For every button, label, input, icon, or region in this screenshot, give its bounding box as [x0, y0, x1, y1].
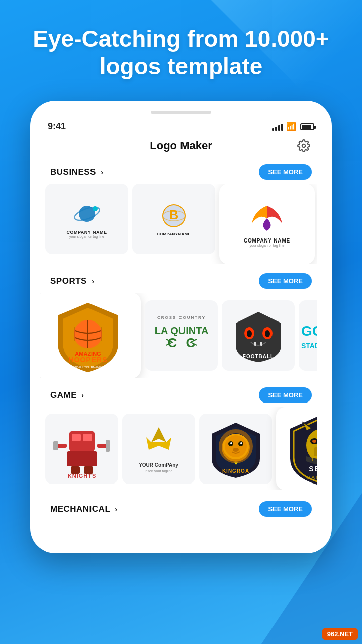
hero-headline: Eye-Catching from 10.000+ logos template [20, 25, 342, 80]
svg-rect-24 [254, 342, 256, 346]
svg-text:NETBALL TOURNAMENT: NETBALL TOURNAMENT [70, 366, 106, 369]
status-time: 9:41 [48, 121, 66, 132]
svg-text:KNIGHTS: KNIGHTS [67, 473, 96, 479]
battery-icon [300, 123, 314, 130]
svg-text:LA QUINTA: LA QUINTA [154, 325, 208, 336]
mechanical-section-title[interactable]: MECHANICAL › [50, 504, 117, 514]
sports-arrow-icon: › [92, 277, 94, 285]
sports-section-title[interactable]: SPORTS › [50, 276, 94, 286]
svg-rect-34 [53, 441, 58, 450]
svg-rect-32 [67, 451, 97, 466]
sports-logo-hoopers[interactable]: AMAZING HOOPERS NETBALL TOURNAMENT [40, 293, 141, 378]
svg-text:★: ★ [233, 460, 238, 466]
app-title: Logo Maker [150, 139, 212, 152]
svg-text:KINGROA: KINGROA [222, 468, 249, 474]
sports-section: SPORTS › SEE MORE [45, 269, 317, 378]
status-icons: 📶 [272, 122, 314, 131]
watermark-badge: 962.NET [322, 628, 358, 640]
status-bar: 9:41 📶 [40, 121, 322, 137]
game-logo-seth-gaming[interactable]: SETH GAMING [276, 407, 317, 490]
svg-rect-55 [314, 447, 317, 456]
svg-point-23 [265, 330, 270, 337]
app-content: BUSINESS › SEE MORE COMPANY NAME [40, 160, 322, 519]
phone-mockup: 9:41 📶 Logo Maker [30, 101, 332, 553]
business-section-title[interactable]: BUSINESS › [50, 167, 103, 177]
svg-point-0 [302, 144, 306, 148]
business-section-header: BUSINESS › SEE MORE [45, 160, 317, 184]
svg-rect-36 [106, 440, 110, 452]
business-logo-3[interactable]: COMPANY NAME your slogan or tag line [219, 184, 315, 264]
game-section-header: GAME › SEE MORE [45, 383, 317, 407]
svg-rect-30 [72, 434, 81, 441]
mechanical-see-more-button[interactable]: SEE MORE [259, 501, 312, 517]
app-header: Logo Maker [40, 137, 322, 160]
sports-logo-laquinta[interactable]: CROSS COUNTRY LA QUINTA C C [145, 300, 218, 371]
sports-section-header: SPORTS › SEE MORE [45, 269, 317, 293]
svg-text:STAD: STAD [301, 342, 317, 350]
svg-rect-31 [83, 434, 92, 441]
game-logo-kingroa[interactable]: ★ KINGROA [199, 414, 272, 484]
svg-text:SETH: SETH [309, 465, 317, 473]
wifi-icon: 📶 [286, 122, 296, 131]
game-arrow-icon: › [81, 391, 84, 399]
business-logo-1[interactable]: COMPANY NAME your slogan or tag line [45, 184, 128, 254]
phone-notch-bar [151, 111, 211, 114]
phone-screen: 9:41 📶 Logo Maker [30, 101, 332, 553]
your-company-text: YOUR ComPAny [139, 462, 178, 468]
svg-rect-25 [260, 342, 262, 346]
svg-point-47 [233, 448, 239, 452]
business-section: BUSINESS › SEE MORE COMPANY NAME [45, 160, 317, 264]
sports-logo-gostadium[interactable]: GO STAD [299, 300, 317, 371]
business-arrow-icon: › [101, 168, 103, 176]
mechanical-section-header: MECHANICAL › SEE MORE [45, 495, 317, 519]
sports-see-more-button[interactable]: SEE MORE [259, 273, 312, 289]
settings-icon [297, 139, 310, 152]
your-company-tagline: Insert your tagline [145, 469, 173, 473]
svg-text:CROSS COUNTRY: CROSS COUNTRY [157, 315, 205, 320]
svg-point-41 [225, 435, 247, 457]
sports-logo-football[interactable]: FOOTBALL [222, 300, 295, 371]
hero-section: Eye-Catching from 10.000+ logos template [0, 0, 362, 96]
svg-text:HOOPERS: HOOPERS [68, 356, 107, 364]
business-logo-2[interactable]: B COMPANYNAME [132, 184, 215, 254]
game-section-title[interactable]: GAME › [50, 390, 84, 400]
game-see-more-button[interactable]: SEE MORE [259, 387, 312, 403]
signal-icon [272, 123, 283, 131]
svg-point-53 [312, 440, 316, 443]
game-logo-your-company[interactable]: YOUR ComPAny Insert your tagline [122, 414, 195, 484]
business-see-more-button[interactable]: SEE MORE [259, 164, 312, 180]
svg-text:GO: GO [301, 323, 317, 339]
settings-button[interactable] [296, 138, 312, 154]
svg-text:GAMING: GAMING [306, 475, 317, 480]
svg-point-3 [93, 206, 98, 211]
svg-point-46 [240, 442, 242, 444]
svg-text:B: B [169, 207, 178, 222]
game-logo-knights[interactable]: KNIGHTS [45, 414, 118, 484]
svg-point-45 [230, 442, 232, 444]
svg-point-22 [247, 330, 252, 337]
svg-text:FOOTBALL: FOOTBALL [242, 354, 274, 359]
game-section: GAME › SEE MORE [45, 383, 317, 490]
mechanical-arrow-icon: › [115, 505, 117, 513]
business-logo-grid: COMPANY NAME your slogan or tag line B C… [45, 184, 317, 264]
